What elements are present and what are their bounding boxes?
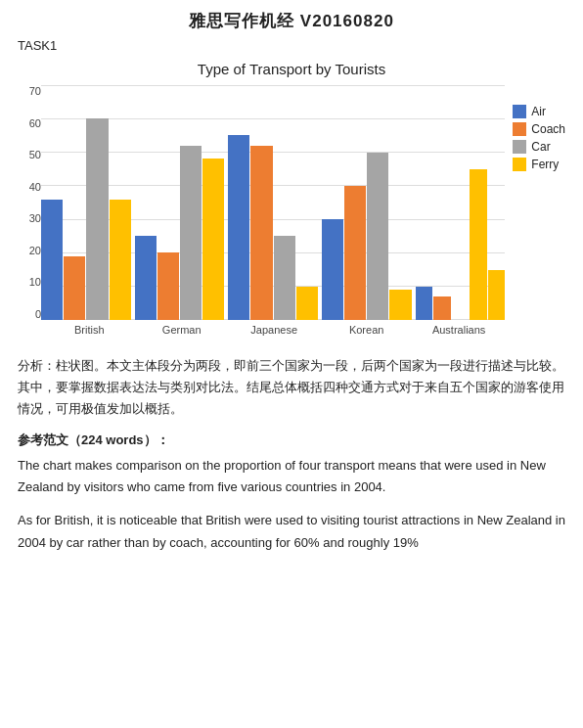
reference-text: The chart makes comparison on the propor…: [18, 455, 565, 553]
bar-group: [322, 153, 412, 320]
legend-item: Car: [513, 140, 565, 154]
y-axis: 706050403020100: [18, 85, 41, 340]
bar-group: [228, 135, 318, 320]
legend-color-box: [513, 158, 526, 171]
bar-ferry: [110, 200, 131, 320]
y-axis-label: 60: [29, 117, 41, 129]
bar-ferry: [202, 159, 224, 320]
bar-ferry: [389, 290, 411, 320]
chart-plot-area: BritishGermanJapaneseKoreanAustralians: [41, 85, 505, 336]
bar-air: [135, 236, 157, 320]
bar-ferry: [470, 169, 487, 320]
bar-group: [416, 169, 506, 320]
x-axis-label: British: [43, 324, 135, 336]
bar-group: [135, 146, 225, 320]
bar-car: [274, 236, 295, 320]
legend-label: Air: [531, 105, 546, 118]
legend-color-box: [513, 140, 526, 154]
legend-color-box: [513, 122, 526, 136]
bar-group: [41, 118, 131, 320]
bar-air: [416, 287, 433, 320]
reference-paragraph-1: As for British, it is noticeable that Br…: [18, 510, 565, 553]
reference-title: 参考范文（224 words）：: [18, 432, 565, 449]
bar-coach: [157, 252, 179, 320]
legend-label: Coach: [531, 122, 565, 136]
legend-item: Ferry: [513, 158, 565, 171]
x-axis-label: German: [135, 324, 227, 336]
bar-car: [367, 153, 388, 320]
y-axis-label: 30: [29, 212, 41, 224]
bar-coach: [344, 186, 366, 320]
analysis-section: 分析：柱状图。本文主体段分为两段，即前三个国家为一段，后两个国家为一段进行描述与…: [18, 355, 565, 420]
chart-title: Type of Transport by Tourists: [18, 61, 565, 77]
x-axis-label: Korean: [320, 324, 412, 336]
bar-air: [322, 219, 343, 320]
x-axis-label: Australians: [413, 324, 505, 336]
legend-label: Ferry: [531, 158, 559, 171]
y-axis-label: 10: [29, 276, 41, 288]
bar-coach: [433, 296, 451, 320]
x-labels: BritishGermanJapaneseKoreanAustralians: [41, 324, 505, 336]
legend-label: Car: [531, 140, 550, 154]
reference-paragraph-0: The chart makes comparison on the propor…: [18, 455, 565, 498]
bar-ferry: [296, 287, 318, 320]
legend: AirCoachCarFerry: [513, 105, 565, 171]
chart-container: Type of Transport by Tourists 7060504030…: [18, 61, 565, 340]
x-axis-label: Japanese: [228, 324, 320, 336]
bar-coach: [250, 146, 272, 320]
y-axis-label: 20: [29, 245, 41, 256]
y-axis-label: 40: [29, 181, 41, 193]
task-label: TASK1: [18, 38, 565, 53]
bar-ferry2: [488, 270, 506, 320]
bars-area: [41, 85, 505, 320]
legend-item: Air: [513, 105, 565, 118]
y-axis-label: 50: [29, 149, 41, 160]
bar-car: [180, 146, 202, 320]
y-axis-label: 70: [29, 85, 41, 97]
analysis-text: 分析：柱状图。本文主体段分为两段，即前三个国家为一段，后两个国家为一段进行描述与…: [18, 355, 565, 420]
bar-car: [86, 118, 108, 320]
bar-air: [41, 200, 63, 320]
page-title: 雅思写作机经 V20160820: [18, 10, 565, 32]
bar-coach: [64, 256, 85, 320]
legend-color-box: [513, 105, 526, 118]
legend-item: Coach: [513, 122, 565, 136]
bar-air: [228, 135, 249, 320]
